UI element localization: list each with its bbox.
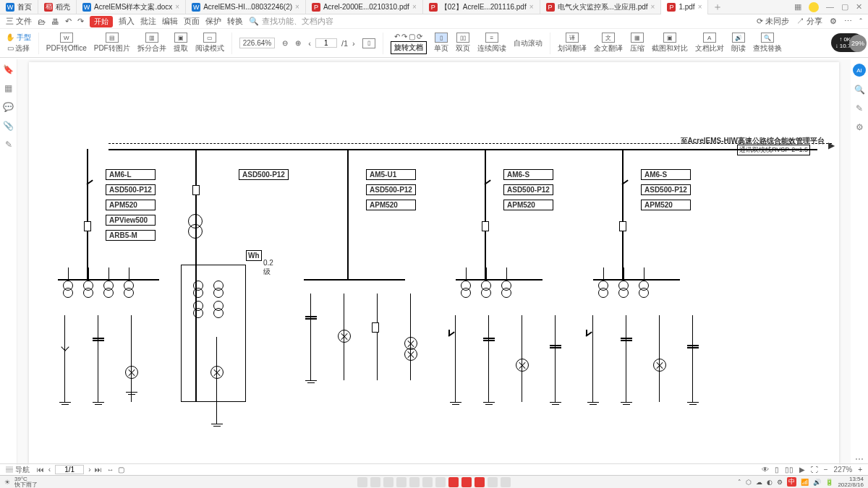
fit-width-icon[interactable]: ↔ bbox=[106, 466, 114, 474]
last-page-icon[interactable]: ⏭ bbox=[95, 466, 102, 474]
close-icon[interactable]: × bbox=[529, 3, 534, 11]
zoom-out-icon[interactable]: ⊖ bbox=[282, 39, 288, 47]
tray-icon[interactable]: ⬡ bbox=[746, 479, 752, 486]
signature-icon[interactable]: ✎ bbox=[3, 139, 14, 150]
attachment-icon[interactable]: 📎 bbox=[3, 120, 14, 132]
doc-diff[interactable]: A文档比对 bbox=[695, 33, 724, 53]
wps-icon[interactable] bbox=[475, 477, 485, 487]
view-double-icon[interactable]: ▯▯ bbox=[785, 466, 793, 474]
tray-icon[interactable]: ☁ bbox=[756, 479, 762, 486]
thumbnail-icon[interactable]: ▦ bbox=[3, 82, 14, 94]
document-viewport[interactable]: 至AcrelEMS-HIW高速公路综合能效管理平台 通讯双绞线RVSP-2×1.… bbox=[17, 59, 851, 465]
qat-redo-icon[interactable]: ↷ bbox=[77, 17, 84, 26]
zoom-out-icon[interactable]: − bbox=[824, 466, 828, 474]
close-icon[interactable]: × bbox=[651, 3, 655, 11]
read-mode[interactable]: ▭阅读模式 bbox=[195, 33, 224, 53]
user-avatar[interactable] bbox=[809, 2, 819, 12]
qat-open-icon[interactable]: 🗁 bbox=[38, 17, 46, 26]
refresh-icon[interactable]: ⟳ bbox=[417, 33, 422, 40]
close-icon[interactable]: × bbox=[295, 3, 299, 11]
status-page-input[interactable] bbox=[55, 465, 84, 474]
sync-status[interactable]: ⟳ 未同步 bbox=[757, 16, 789, 27]
tab-doc-5[interactable]: P电气火灾监控系...业应用.pdf× bbox=[540, 0, 662, 14]
explorer-icon[interactable] bbox=[396, 477, 407, 487]
auto-scroll[interactable]: 自动滚动 bbox=[514, 38, 542, 48]
share-button[interactable]: ↗ 分享 bbox=[796, 16, 822, 27]
minimize-icon[interactable]: — bbox=[826, 2, 834, 12]
tray-icon[interactable]: ⚙ bbox=[777, 479, 783, 486]
store-icon[interactable] bbox=[422, 477, 433, 487]
wps-icon[interactable] bbox=[461, 477, 472, 487]
bookmark-icon[interactable]: 🔖 bbox=[3, 64, 14, 75]
wps-icon[interactable] bbox=[448, 477, 459, 487]
page-input[interactable] bbox=[315, 38, 337, 48]
select-tool[interactable]: ▭ 选择 bbox=[7, 43, 30, 53]
file-menu[interactable]: 三 文件 bbox=[6, 16, 32, 27]
close-icon[interactable]: × bbox=[412, 3, 417, 11]
taskview-icon[interactable] bbox=[383, 477, 393, 487]
search-icon[interactable]: 🔍 bbox=[854, 84, 865, 95]
menu-edit[interactable]: 编辑 bbox=[162, 16, 178, 27]
edge-icon[interactable] bbox=[409, 477, 420, 487]
menu-protect[interactable]: 保护 bbox=[205, 16, 221, 27]
eye-icon[interactable]: 👁 bbox=[762, 466, 769, 474]
more-icon[interactable]: ⋯ bbox=[844, 17, 852, 26]
maximize-icon[interactable]: ▢ bbox=[841, 2, 848, 12]
zoom-in-icon[interactable]: + bbox=[858, 466, 862, 474]
edit-icon[interactable]: ✎ bbox=[854, 103, 865, 114]
fit-icon[interactable]: ⛶ bbox=[811, 466, 818, 474]
search-icon[interactable] bbox=[370, 477, 380, 487]
menu-insert[interactable]: 插入 bbox=[119, 16, 135, 27]
first-page-icon[interactable]: ⏮ bbox=[37, 466, 44, 474]
read-aloud[interactable]: 🔊朗读 bbox=[731, 33, 746, 53]
tab-doc-2[interactable]: WAcrelEMS-HI...08032246(2)× bbox=[186, 0, 306, 14]
tab-doc-4[interactable]: P【02】AcrelE...201116.pdf× bbox=[423, 0, 540, 14]
compress[interactable]: ▦压缩 bbox=[630, 33, 644, 53]
view-single-icon[interactable]: ▯ bbox=[775, 466, 779, 474]
tray-chevron-icon[interactable]: ˄ bbox=[738, 479, 741, 486]
qat-undo-icon[interactable]: ↶ bbox=[65, 17, 72, 26]
extract[interactable]: ▣提取 bbox=[174, 33, 188, 53]
fit-page-icon[interactable]: ▢ bbox=[118, 466, 124, 474]
rotate-l-icon[interactable]: ↶ bbox=[394, 33, 400, 40]
collapse-ribbon-icon[interactable]: ˆ bbox=[859, 17, 862, 26]
app-icon[interactable] bbox=[435, 477, 446, 487]
tray-icon[interactable]: ◐ bbox=[767, 479, 773, 486]
battery-icon[interactable]: 🔋 bbox=[825, 479, 833, 486]
clock[interactable]: 13:542022/8/16 bbox=[838, 476, 864, 488]
split-merge[interactable]: ▥拆分合并 bbox=[137, 33, 166, 53]
continuous[interactable]: ≡连续阅读 bbox=[477, 33, 506, 53]
crop-icon[interactable]: ▢ bbox=[409, 33, 415, 40]
close-icon[interactable]: × bbox=[175, 3, 179, 11]
hand-tool[interactable]: ✋ 手型 bbox=[6, 33, 31, 43]
volume-icon[interactable]: 🔊 bbox=[813, 479, 821, 486]
start-icon[interactable] bbox=[357, 477, 367, 487]
wifi-icon[interactable]: 📶 bbox=[801, 479, 809, 486]
word-translate[interactable]: 译划词翻译 bbox=[558, 33, 587, 53]
app-icon[interactable] bbox=[488, 477, 498, 487]
qat-print-icon[interactable]: 🖶 bbox=[51, 17, 59, 26]
prev-page-icon[interactable]: ‹ bbox=[48, 466, 51, 474]
menu-start[interactable]: 开始 bbox=[90, 16, 113, 27]
comment-icon[interactable]: 💬 bbox=[3, 101, 14, 113]
zoom-level[interactable]: 226.64% bbox=[239, 38, 275, 48]
search-box[interactable]: 🔍 查找功能、文档内容 bbox=[249, 16, 333, 27]
new-tab-button[interactable]: ＋ bbox=[712, 1, 723, 14]
settings-icon[interactable]: ⚙ bbox=[830, 17, 837, 26]
zoom-in-icon[interactable]: ⊕ bbox=[295, 39, 301, 47]
ime-indicator[interactable]: 中 bbox=[787, 477, 796, 487]
menu-annotate[interactable]: 批注 bbox=[140, 16, 156, 27]
rotate-r-icon[interactable]: ↷ bbox=[401, 33, 407, 40]
page-prev-icon[interactable]: ‹ bbox=[308, 39, 311, 48]
pdf-to-image[interactable]: ▤PDF转图片 bbox=[94, 33, 130, 53]
single-page[interactable]: ▯单页 bbox=[434, 33, 448, 53]
screenshot-compare[interactable]: ▣截图和对比 bbox=[652, 33, 688, 53]
tab-daoke[interactable]: 稻稻壳 bbox=[38, 0, 77, 14]
menu-convert[interactable]: 转换 bbox=[227, 16, 243, 27]
tab-doc-3[interactable]: PAcrel-2000E...0210310.pdf× bbox=[306, 0, 423, 14]
weather-widget[interactable]: 39°C快下雨了 bbox=[14, 476, 38, 488]
window-close-icon[interactable]: ✕ bbox=[856, 2, 862, 12]
next-page-icon[interactable]: › bbox=[88, 466, 90, 474]
page-next-icon[interactable]: › bbox=[352, 39, 355, 48]
ai-icon[interactable]: AI bbox=[853, 64, 866, 77]
